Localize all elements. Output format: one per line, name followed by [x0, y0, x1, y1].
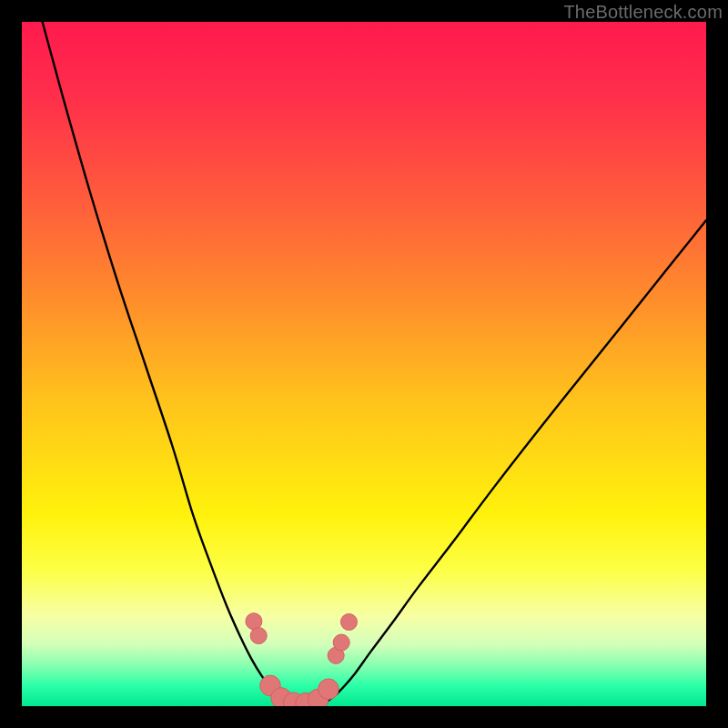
chart-svg [22, 22, 706, 706]
marker-left-upper-1 [250, 628, 267, 644]
chart-plot-area [22, 22, 706, 706]
curve-left-curve [43, 22, 283, 702]
marker-right-upper-4 [340, 613, 357, 630]
marker-left-upper-0 [246, 613, 262, 630]
marker-floor-10 [318, 679, 339, 700]
curve-layer [43, 22, 706, 706]
marker-right-upper-3 [333, 634, 349, 651]
watermark-text: TheBottleneck.com [563, 2, 723, 23]
marker-layer [246, 613, 358, 706]
curve-right-curve [327, 220, 706, 702]
